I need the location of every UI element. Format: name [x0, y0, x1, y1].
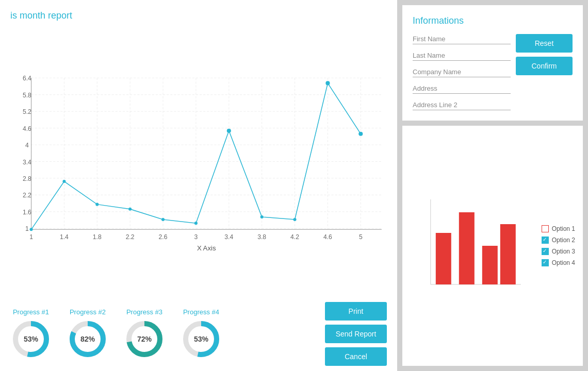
donut-4: 53% [181, 318, 222, 360]
legend-item-1: Option 1 [542, 225, 575, 232]
svg-point-46 [62, 180, 66, 183]
svg-text:1: 1 [25, 225, 29, 232]
legend-checkbox-4[interactable] [542, 259, 549, 266]
donut-text-1: 53% [24, 335, 38, 343]
svg-point-53 [293, 218, 297, 221]
svg-point-52 [260, 215, 264, 218]
svg-text:1.8: 1.8 [93, 233, 102, 241]
bar-3 [482, 246, 498, 284]
svg-text:5: 5 [359, 233, 363, 241]
chart-area: 1 1.6 2.2 2.8 3.4 4 4.6 5.2 5.8 6.4 1 1.… [10, 26, 387, 297]
svg-text:5.2: 5.2 [23, 108, 31, 115]
donut-3: 72% [124, 318, 165, 360]
svg-point-51 [227, 129, 231, 133]
bottom-section: Progress #1 53% Progress #2 [10, 297, 387, 366]
svg-text:3.8: 3.8 [257, 233, 266, 241]
svg-text:1.4: 1.4 [60, 233, 69, 241]
send-report-button[interactable]: Send Report [325, 325, 387, 343]
svg-point-47 [95, 203, 99, 206]
svg-text:4: 4 [25, 142, 29, 149]
company-name-field[interactable] [413, 67, 511, 77]
progress-item-3: Progress #3 72% [124, 308, 165, 360]
report-title: is month report [10, 10, 387, 21]
legend-label-3: Option 3 [552, 248, 575, 255]
cancel-button[interactable]: Cancel [325, 347, 387, 366]
svg-text:2.2: 2.2 [126, 233, 135, 241]
reset-button[interactable]: Reset [516, 34, 573, 53]
first-name-field[interactable] [413, 34, 511, 44]
bar-chart-legend: Option 1 Option 2 Option 3 Option 4 [542, 225, 575, 266]
progress-group: Progress #1 53% Progress #2 [10, 308, 315, 360]
svg-point-50 [194, 222, 198, 225]
svg-point-54 [325, 81, 330, 85]
progress-label-2: Progress #2 [70, 308, 106, 316]
info-fields [413, 34, 511, 110]
info-card-title: Informations [413, 15, 573, 26]
progress-item-1: Progress #1 53% [10, 308, 52, 360]
last-name-field[interactable] [413, 50, 511, 61]
progress-label-3: Progress #3 [126, 308, 162, 316]
svg-text:X Axis: X Axis [197, 244, 216, 252]
svg-text:2.8: 2.8 [23, 175, 31, 182]
svg-point-49 [161, 218, 165, 221]
svg-text:5.8: 5.8 [23, 92, 31, 99]
bar-chart-card: Option 1 Option 2 Option 3 Option 4 [402, 126, 583, 366]
legend-item-2: Option 2 [542, 237, 575, 244]
progress-label-1: Progress #1 [13, 308, 49, 316]
svg-text:2.2: 2.2 [23, 192, 31, 199]
svg-text:6.4: 6.4 [23, 75, 31, 82]
legend-item-4: Option 4 [542, 259, 575, 266]
line-chart: 1 1.6 2.2 2.8 3.4 4 4.6 5.2 5.8 6.4 1 1.… [10, 26, 387, 297]
svg-text:1.6: 1.6 [23, 209, 31, 216]
left-panel: is month report [0, 0, 397, 371]
donut-text-4: 53% [194, 335, 208, 343]
svg-text:2.6: 2.6 [159, 233, 168, 241]
info-card: Informations Reset Confirm [402, 5, 583, 121]
svg-text:1: 1 [29, 233, 33, 241]
progress-label-4: Progress #4 [183, 308, 219, 316]
legend-label-2: Option 2 [552, 237, 575, 244]
bar-1 [436, 233, 451, 284]
right-panel: Informations Reset Confirm [397, 0, 588, 371]
svg-point-55 [358, 132, 363, 136]
info-content: Reset Confirm [413, 34, 573, 110]
print-button[interactable]: Print [325, 302, 387, 321]
legend-label-1: Option 1 [552, 225, 575, 232]
address-field[interactable] [413, 83, 511, 94]
donut-text-2: 82% [80, 335, 95, 343]
legend-checkbox-2[interactable] [542, 237, 549, 244]
bar-chart-area [410, 194, 534, 297]
confirm-button[interactable]: Confirm [516, 57, 573, 75]
legend-label-4: Option 4 [552, 259, 575, 266]
svg-point-48 [128, 208, 132, 211]
info-buttons: Reset Confirm [516, 34, 573, 110]
address-line2-field[interactable] [413, 100, 511, 110]
bar-chart-svg [410, 194, 534, 297]
svg-point-45 [30, 228, 33, 231]
donut-2: 82% [67, 318, 108, 360]
progress-item-4: Progress #4 53% [181, 308, 222, 360]
legend-checkbox-1[interactable] [542, 225, 549, 232]
donut-1: 53% [10, 318, 52, 360]
svg-text:3.4: 3.4 [224, 233, 233, 241]
svg-text:3: 3 [194, 233, 198, 241]
legend-item-3: Option 3 [542, 248, 575, 255]
svg-text:4.2: 4.2 [290, 233, 299, 241]
progress-item-2: Progress #2 82% [67, 308, 108, 360]
bar-4 [500, 224, 516, 284]
action-buttons: Print Send Report Cancel [325, 302, 387, 366]
donut-text-3: 72% [137, 335, 152, 343]
legend-checkbox-3[interactable] [542, 248, 549, 255]
svg-text:4.6: 4.6 [323, 233, 332, 241]
svg-text:3.4: 3.4 [23, 159, 31, 166]
svg-text:4.6: 4.6 [23, 125, 31, 132]
bar-2 [459, 212, 475, 284]
